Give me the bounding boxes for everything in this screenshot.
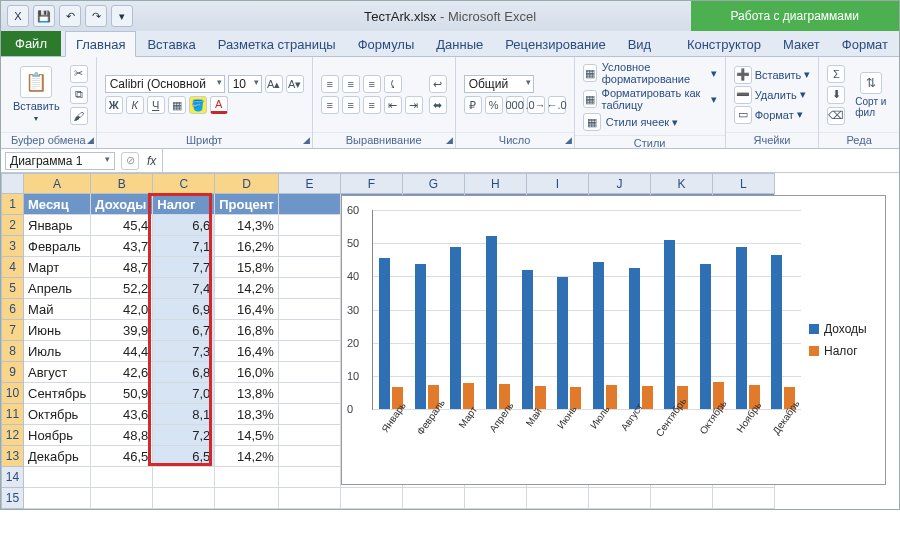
col-header[interactable]: K (650, 174, 712, 194)
row-header[interactable]: 15 (2, 488, 24, 509)
chart-bar[interactable] (593, 262, 604, 409)
bold-button[interactable]: Ж (105, 96, 123, 114)
cell[interactable]: 16,0% (215, 362, 279, 383)
dialog-launcher-icon[interactable]: ◢ (565, 135, 572, 145)
cell[interactable]: 50,9 (91, 383, 153, 404)
cell[interactable]: 42,0 (91, 299, 153, 320)
sort-filter-button[interactable]: ⇅ Сорт и фил (851, 70, 891, 120)
cell[interactable]: 14,2% (215, 446, 279, 467)
cell[interactable]: 43,7 (91, 236, 153, 257)
tab-view[interactable]: Вид (617, 31, 663, 56)
fill-color-icon[interactable]: 🪣 (189, 96, 207, 114)
row-header[interactable]: 2 (2, 215, 24, 236)
cell[interactable]: 44,4 (91, 341, 153, 362)
col-header[interactable]: F (340, 174, 402, 194)
chart-bar[interactable] (486, 236, 497, 409)
cell[interactable]: Май (24, 299, 91, 320)
fx-icon[interactable]: fx (141, 154, 162, 168)
clear-icon[interactable]: ⌫ (827, 107, 845, 125)
cell[interactable]: 18,3% (215, 404, 279, 425)
cell[interactable]: Ноябрь (24, 425, 91, 446)
insert-cells-button[interactable]: ➕Вставить ▾ (734, 66, 811, 84)
format-painter-icon[interactable]: 🖌 (70, 107, 88, 125)
embedded-chart[interactable]: 0102030405060 ЯнварьФевральМартАпрельМай… (341, 195, 886, 485)
row-header[interactable]: 3 (2, 236, 24, 257)
align-top-icon[interactable]: ≡ (321, 75, 339, 93)
cell[interactable]: 52,2 (91, 278, 153, 299)
cell[interactable]: Июнь (24, 320, 91, 341)
cell-styles-button[interactable]: ▦Стили ячеек ▾ (583, 113, 717, 131)
qat-more-icon[interactable]: ▾ (111, 5, 133, 27)
currency-icon[interactable]: ₽ (464, 96, 482, 114)
autosum-icon[interactable]: Σ (827, 65, 845, 83)
col-header[interactable]: I (526, 174, 588, 194)
chart-bar[interactable] (664, 240, 675, 409)
table-header-cell[interactable]: Доходы (91, 194, 153, 215)
tab-home[interactable]: Главная (65, 31, 136, 57)
cell[interactable]: Сентябрь (24, 383, 91, 404)
align-bot-icon[interactable]: ≡ (363, 75, 381, 93)
cell[interactable]: 7,4 (153, 278, 215, 299)
col-header[interactable]: G (402, 174, 464, 194)
tab-chart-design[interactable]: Конструктор (676, 31, 772, 56)
cell[interactable]: 39,9 (91, 320, 153, 341)
cell[interactable]: 7,2 (153, 425, 215, 446)
cell[interactable]: 6,5 (153, 446, 215, 467)
cell[interactable]: 46,5 (91, 446, 153, 467)
align-right-icon[interactable]: ≡ (363, 96, 381, 114)
chart-bar[interactable] (557, 277, 568, 409)
chart-bar[interactable] (629, 268, 640, 409)
format-cells-button[interactable]: ▭Формат ▾ (734, 106, 811, 124)
row-header[interactable]: 9 (2, 362, 24, 383)
format-table-button[interactable]: ▦Форматировать как таблицу ▾ (583, 87, 717, 111)
col-header[interactable]: D (215, 174, 279, 194)
cell[interactable]: 7,3 (153, 341, 215, 362)
percent-icon[interactable]: % (485, 96, 503, 114)
dialog-launcher-icon[interactable]: ◢ (446, 135, 453, 145)
paste-button[interactable]: 📋 Вставить ▾ (9, 64, 64, 125)
undo-icon[interactable]: ↶ (59, 5, 81, 27)
cond-format-button[interactable]: ▦Условное форматирование ▾ (583, 61, 717, 85)
chart-bar[interactable] (522, 270, 533, 409)
cell[interactable]: Январь (24, 215, 91, 236)
col-header[interactable]: L (712, 174, 774, 194)
name-box[interactable]: Диаграмма 1▾ (5, 152, 115, 170)
col-header[interactable]: E (278, 174, 340, 194)
fill-icon[interactable]: ⬇ (827, 86, 845, 104)
cell[interactable]: Апрель (24, 278, 91, 299)
cell[interactable]: 14,2% (215, 278, 279, 299)
align-mid-icon[interactable]: ≡ (342, 75, 360, 93)
row-header[interactable]: 12 (2, 425, 24, 446)
copy-icon[interactable]: ⧉ (70, 86, 88, 104)
font-color-icon[interactable]: A (210, 96, 228, 114)
chart-bar[interactable] (771, 255, 782, 409)
cell[interactable]: 6,7 (153, 320, 215, 341)
orientation-icon[interactable]: ⤹ (384, 75, 402, 93)
cell[interactable]: 14,3% (215, 215, 279, 236)
row-header[interactable]: 7 (2, 320, 24, 341)
cell[interactable]: Декабрь (24, 446, 91, 467)
col-header[interactable]: A (24, 174, 91, 194)
tab-chart-layout[interactable]: Макет (772, 31, 831, 56)
cell[interactable]: Август (24, 362, 91, 383)
row-header[interactable]: 1 (2, 194, 24, 215)
cell[interactable]: 16,4% (215, 341, 279, 362)
shrink-font-icon[interactable]: A▾ (286, 75, 304, 93)
cut-icon[interactable]: ✂ (70, 65, 88, 83)
col-header[interactable]: B (91, 174, 153, 194)
row-header[interactable]: 14 (2, 467, 24, 488)
col-header[interactable]: C (153, 174, 215, 194)
wrap-text-icon[interactable]: ↩ (429, 75, 447, 93)
chart-bar[interactable] (736, 247, 747, 409)
comma-icon[interactable]: 000 (506, 96, 524, 114)
file-tab[interactable]: Файл (1, 31, 61, 56)
indent-inc-icon[interactable]: ⇥ (405, 96, 423, 114)
legend-item[interactable]: Налог (809, 344, 881, 358)
cell[interactable]: 8,1 (153, 404, 215, 425)
chart-bar[interactable] (700, 264, 711, 409)
font-size-combo[interactable]: 10 (228, 75, 262, 93)
formula-input[interactable] (162, 149, 899, 172)
chart-bar[interactable] (379, 258, 390, 409)
cell[interactable]: Июль (24, 341, 91, 362)
cell[interactable]: 13,8% (215, 383, 279, 404)
